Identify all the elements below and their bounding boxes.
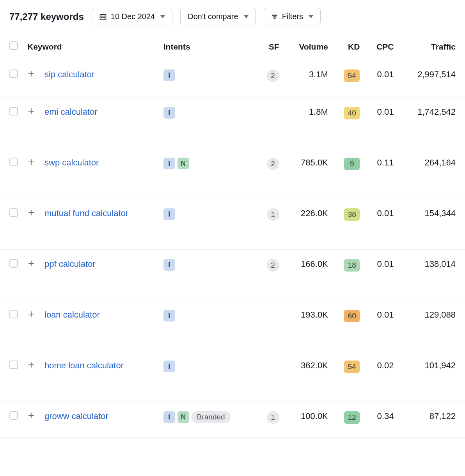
sf-cell: 1 [256, 199, 284, 250]
compare-button[interactable]: Don't compare [180, 8, 256, 25]
kd-cell: 60 [333, 300, 365, 351]
keyword-cell: groww calculator [40, 402, 159, 438]
header-volume[interactable]: Volume [284, 35, 333, 60]
kd-cell: 9 [333, 148, 365, 199]
select-all-checkbox[interactable] [9, 41, 18, 50]
cpc-cell: 0.01 [364, 60, 398, 98]
kd-cell: 40 [333, 98, 365, 148]
row-add-cell: + [23, 148, 40, 199]
sf-badge: 1 [267, 411, 279, 424]
kd-cell: 18 [333, 250, 365, 300]
row-checkbox-cell [0, 98, 23, 148]
row-checkbox-cell [0, 351, 23, 402]
kd-badge: 9 [344, 158, 360, 170]
plus-icon[interactable]: + [27, 209, 35, 217]
plus-icon[interactable]: + [27, 412, 35, 419]
intent-badge-i: I [163, 310, 175, 321]
keyword-link[interactable]: mutual fund calculator [44, 208, 128, 218]
cpc-cell: 0.11 [364, 148, 398, 199]
header-keyword[interactable]: Keyword [23, 35, 159, 60]
keyword-link[interactable]: sip calculator [44, 69, 94, 79]
kd-badge: 54 [344, 361, 360, 373]
keyword-cell: home loan calculator [40, 351, 159, 402]
keyword-link[interactable]: groww calculator [44, 411, 108, 421]
traffic-cell: 129,088 [398, 300, 465, 351]
keyword-cell: ppf calculator [40, 250, 159, 300]
filters-button[interactable]: Filters [264, 8, 321, 25]
intent-badge-i: I [163, 411, 175, 423]
keyword-link[interactable]: emi calculator [44, 107, 98, 117]
volume-cell: 785.0K [284, 148, 333, 199]
header-cpc[interactable]: CPC [364, 35, 398, 60]
intents-cell: INBranded [159, 402, 256, 438]
header-checkbox-cell [0, 35, 23, 60]
sf-cell: 2 [256, 250, 284, 300]
kd-badge: 40 [344, 107, 360, 119]
svg-point-5 [103, 17, 103, 18]
keyword-cell: loan calculator [40, 300, 159, 351]
row-checkbox[interactable] [9, 259, 18, 268]
keyword-link[interactable]: home loan calculator [44, 361, 124, 370]
sf-badge: 2 [267, 259, 279, 272]
volume-cell: 3.1M [284, 60, 333, 98]
plus-icon[interactable]: + [27, 158, 35, 166]
traffic-cell: 87,122 [398, 402, 465, 438]
plus-icon[interactable]: + [27, 361, 35, 369]
header-sf[interactable]: SF [256, 35, 284, 60]
table-row: +mutual fund calculatorI1226.0K380.01154… [0, 199, 465, 250]
intents-cell: IN [159, 148, 256, 199]
intent-badge-i: I [163, 259, 175, 271]
intent-badge-i: I [163, 361, 175, 372]
intent-badges: I [163, 361, 175, 372]
volume-cell: 100.0K [284, 402, 333, 438]
kd-cell: 12 [333, 402, 365, 438]
row-checkbox[interactable] [9, 69, 18, 78]
plus-icon[interactable]: + [27, 70, 35, 78]
intents-cell: I [159, 60, 256, 98]
intent-badge-n: N [177, 158, 189, 169]
svg-point-4 [101, 17, 102, 18]
row-checkbox[interactable] [9, 158, 18, 166]
intent-badge-i: I [163, 158, 175, 169]
row-checkbox-cell [0, 402, 23, 438]
traffic-cell: 138,014 [398, 250, 465, 300]
cpc-cell: 0.01 [364, 199, 398, 250]
header-kd[interactable]: KD [333, 35, 365, 60]
intent-badge-i: I [163, 208, 175, 220]
row-checkbox[interactable] [9, 208, 18, 217]
row-checkbox-cell [0, 250, 23, 300]
plus-icon[interactable]: + [27, 107, 35, 115]
keyword-cell: swp calculator [40, 148, 159, 199]
keyword-link[interactable]: swp calculator [44, 158, 99, 167]
keyword-link[interactable]: ppf calculator [44, 259, 96, 269]
header-traffic[interactable]: Traffic [398, 35, 465, 60]
row-checkbox[interactable] [9, 411, 18, 420]
svg-rect-8 [273, 16, 276, 17]
intent-badges: I [163, 107, 175, 119]
date-picker-button[interactable]: 10 Dec 2024 [92, 8, 172, 25]
volume-cell: 166.0K [284, 250, 333, 300]
keywords-count: 77,277 keywords [9, 11, 84, 22]
row-checkbox-cell [0, 300, 23, 351]
compare-label: Don't compare [188, 12, 238, 21]
kd-cell: 38 [333, 199, 365, 250]
intent-badges: IN [163, 158, 189, 169]
kd-cell: 54 [333, 60, 365, 98]
sf-cell [256, 351, 284, 402]
keyword-cell: mutual fund calculator [40, 199, 159, 250]
header-intents[interactable]: Intents [159, 35, 256, 60]
chevron-down-icon [309, 15, 313, 18]
plus-icon[interactable]: + [27, 259, 35, 267]
kd-cell: 54 [333, 351, 365, 402]
row-checkbox-cell [0, 199, 23, 250]
traffic-cell: 1,742,542 [398, 98, 465, 148]
plus-icon[interactable]: + [27, 310, 35, 318]
traffic-cell: 2,997,514 [398, 60, 465, 98]
intents-cell: I [159, 351, 256, 402]
intent-badges: I [163, 208, 175, 220]
row-checkbox[interactable] [9, 107, 18, 115]
row-add-cell: + [23, 199, 40, 250]
row-checkbox[interactable] [9, 361, 18, 369]
row-checkbox[interactable] [9, 310, 18, 318]
keyword-link[interactable]: loan calculator [44, 310, 100, 320]
